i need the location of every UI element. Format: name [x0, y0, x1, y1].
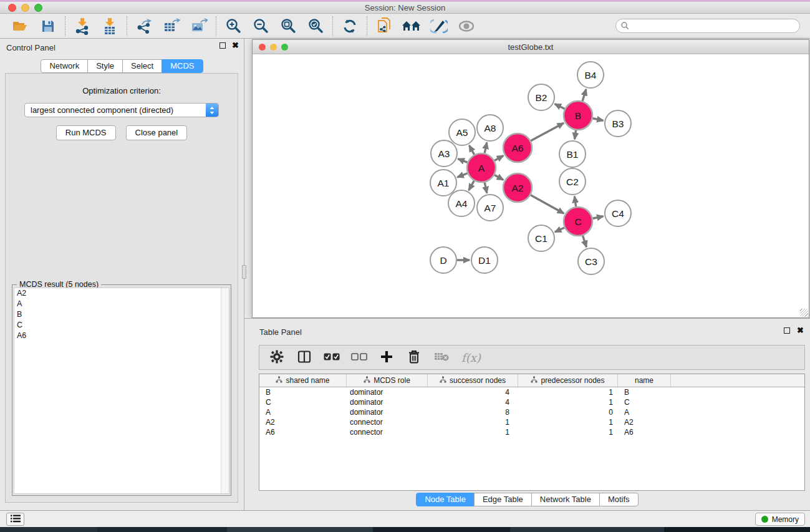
show-task-history-button[interactable]: [6, 513, 24, 526]
result-item[interactable]: A2: [14, 288, 229, 299]
memory-button[interactable]: Memory: [755, 513, 805, 526]
import-network-button[interactable]: [70, 16, 94, 37]
edge-C-C4[interactable]: [593, 216, 604, 218]
select-all-button[interactable]: [324, 350, 339, 365]
zoom-in-button[interactable]: [221, 16, 245, 37]
float-table-panel-icon[interactable]: [784, 327, 790, 334]
result-item[interactable]: A: [14, 299, 229, 309]
edge-B-B4[interactable]: [582, 89, 586, 101]
node-A8[interactable]: A8: [477, 115, 503, 141]
delete-row-button[interactable]: [407, 350, 422, 365]
node-B1[interactable]: B1: [559, 141, 586, 167]
close-table-panel-icon[interactable]: ✖: [797, 327, 804, 334]
window-resize-grip[interactable]: [800, 309, 808, 317]
first-neighbors-button[interactable]: [400, 16, 423, 37]
tab-network-table[interactable]: Network Table: [531, 493, 600, 506]
node-A3[interactable]: A3: [431, 140, 457, 167]
column-header-name[interactable]: name: [618, 374, 671, 387]
table-row[interactable]: A2connector11A2: [259, 417, 804, 427]
table-row[interactable]: Adominator80A: [259, 407, 804, 417]
node-C1[interactable]: C1: [528, 225, 554, 251]
open-session-button[interactable]: [9, 16, 32, 37]
zoom-out-button[interactable]: [249, 16, 272, 37]
deselect-all-button[interactable]: [352, 350, 367, 365]
table-row[interactable]: Bdominator41B: [259, 387, 804, 397]
run-mcds-button[interactable]: Run MCDS: [56, 125, 116, 140]
node-B3[interactable]: B3: [605, 110, 631, 137]
node-A2[interactable]: A2: [503, 173, 532, 202]
refresh-view-button[interactable]: [338, 16, 362, 37]
delete-table-button[interactable]: [434, 350, 449, 365]
node-D[interactable]: D: [430, 247, 456, 273]
edge-B-B2[interactable]: [555, 104, 565, 109]
edge-A-A7[interactable]: [485, 182, 487, 193]
column-settings-button[interactable]: [269, 350, 284, 365]
node-C3[interactable]: C3: [578, 248, 604, 274]
tab-network[interactable]: Network: [41, 59, 88, 73]
export-table-button[interactable]: [160, 16, 183, 37]
edge-A-A1[interactable]: [457, 173, 467, 177]
node-B2[interactable]: B2: [528, 84, 554, 110]
edge-A-A4[interactable]: [469, 181, 475, 190]
edge-A-A3[interactable]: [458, 159, 467, 163]
edge-A2-C[interactable]: [531, 195, 564, 214]
edge-A-A6[interactable]: [494, 156, 503, 161]
network-canvas[interactable]: B4B2BB3A5A8A6B1A3AC2A1A2A4A7C4CC1DD1C3: [253, 54, 809, 317]
tab-select[interactable]: Select: [122, 59, 162, 73]
search-input[interactable]: [615, 19, 800, 33]
edge-A-A2[interactable]: [494, 175, 503, 180]
edge-A-A8[interactable]: [485, 142, 487, 153]
export-image-button[interactable]: [187, 16, 211, 37]
tab-style[interactable]: Style: [87, 59, 123, 73]
float-panel-icon[interactable]: [219, 42, 226, 49]
panel-split-grip[interactable]: [242, 265, 246, 279]
zoom-selected-button[interactable]: [304, 16, 327, 37]
mcds-result-list[interactable]: A2ABCA6: [14, 288, 229, 494]
edge-A6-B[interactable]: [531, 123, 564, 140]
network-window-titlebar[interactable]: testGlobe.txt: [253, 40, 809, 54]
scrollbar-track[interactable]: [221, 288, 229, 493]
new-network-from-selection-button[interactable]: [372, 16, 396, 37]
node-A4[interactable]: A4: [448, 190, 475, 216]
node-A[interactable]: A: [467, 153, 496, 182]
toggle-column-panel-button[interactable]: [297, 350, 312, 365]
tab-node-table[interactable]: Node Table: [416, 493, 475, 506]
node-A6[interactable]: A6: [503, 133, 532, 162]
edge-C-C1[interactable]: [555, 228, 564, 232]
result-item[interactable]: B: [14, 309, 229, 320]
node-D1[interactable]: D1: [471, 247, 498, 273]
node-C4[interactable]: C4: [605, 200, 631, 226]
function-builder-button[interactable]: f(x): [461, 350, 481, 365]
node-C[interactable]: C: [564, 207, 592, 236]
export-network-button[interactable]: [132, 16, 156, 37]
add-row-button[interactable]: [379, 350, 394, 365]
import-table-button[interactable]: [98, 16, 122, 37]
node-B[interactable]: B: [564, 101, 592, 130]
edge-B-B3[interactable]: [593, 118, 604, 120]
table-row[interactable]: Cdominator41C: [259, 397, 804, 407]
column-header-successor-nodes[interactable]: successor nodes: [428, 374, 518, 387]
column-header-predecessor-nodes[interactable]: predecessor nodes: [518, 374, 618, 387]
edge-A-A5[interactable]: [469, 145, 474, 155]
column-header-shared-name[interactable]: shared name: [259, 374, 347, 387]
save-session-button[interactable]: [36, 16, 60, 37]
tab-mcds[interactable]: MCDS: [162, 59, 203, 73]
hide-annotations-button[interactable]: [427, 16, 451, 37]
criterion-dropdown[interactable]: largest connected component (directed): [24, 103, 219, 117]
tab-edge-table[interactable]: Edge Table: [474, 493, 532, 506]
edge-C-C2[interactable]: [574, 196, 576, 206]
node-A7[interactable]: A7: [477, 195, 503, 221]
node-C2[interactable]: C2: [559, 168, 586, 195]
node-B4[interactable]: B4: [577, 62, 604, 88]
zoom-fit-button[interactable]: [276, 16, 300, 37]
node-table[interactable]: shared nameMCDS rolesuccessor nodesprede…: [259, 374, 805, 491]
node-A1[interactable]: A1: [430, 170, 456, 196]
table-row[interactable]: A6connector11A6: [259, 427, 804, 437]
show-graphics-details-button[interactable]: [455, 16, 478, 37]
tab-motifs[interactable]: Motifs: [599, 493, 639, 506]
node-A5[interactable]: A5: [449, 119, 475, 145]
edge-C-C3[interactable]: [582, 236, 586, 247]
edge-B-B1[interactable]: [574, 130, 576, 139]
close-panel-button[interactable]: Close panel: [126, 125, 188, 140]
close-panel-icon[interactable]: ✖: [232, 42, 239, 49]
